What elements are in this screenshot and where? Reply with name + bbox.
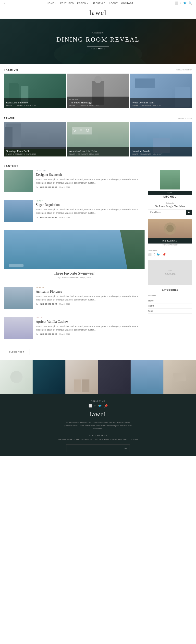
older-posts-button[interactable]: OLDER POST <box>4 349 29 355</box>
travel-card-1-title: Greetings From Berlin <box>6 150 64 153</box>
latest-item-3-image[interactable] <box>4 287 33 309</box>
big-feature-image[interactable] <box>4 230 145 269</box>
instagram-strip <box>0 360 196 394</box>
facebook-icon[interactable]: f <box>180 2 181 5</box>
hamburger-icon[interactable]: ≡ <box>4 2 6 4</box>
sidebar-instagram-sub-label: INSTAGRAM FEED <box>148 244 192 246</box>
footer-instagram-icon[interactable]: ⬜ <box>88 404 92 408</box>
latest-section-title: LASTEST <box>4 161 192 170</box>
footer-tag-town[interactable]: #TOWN <box>131 438 138 440</box>
fashion-card-2-title: The Straw Handbags <box>69 101 127 104</box>
nav-features[interactable]: FEATURES <box>60 2 74 4</box>
latest-sidebar: EDIT MICHEL Subscribe Get Latest Straigh… <box>148 170 192 347</box>
latest-item-3-title[interactable]: Arrival in Florence <box>36 290 145 294</box>
travel-card-2-title: Atlantis – Lunch in Nobu <box>69 150 127 153</box>
sidebar-cat-food[interactable]: Food <box>148 308 192 314</box>
travel-card-1[interactable]: Greetings From Berlin SHARE 2 COMMENTS M… <box>4 122 66 156</box>
footer-search-button[interactable]: → <box>122 445 130 452</box>
footer-tag-rachael[interactable]: #RACHAEL <box>99 438 109 440</box>
latest-item-3-content: TRAVEL Arrival in Florence Nam rutrum su… <box>36 287 145 309</box>
footer-tag-travel[interactable]: #TRAVEL <box>58 438 66 440</box>
big-feature-title[interactable]: Three Favorite Swimwear <box>4 271 145 276</box>
footer-tags: #TRAVEL #LIFE #LAKE #VLOGG #ACTIVO #RACH… <box>4 438 192 440</box>
latest-item-4-content: FOOD Apricot Vanilla Cashew Nam rutrum s… <box>36 317 145 339</box>
nav-links: HOME ▾ FEATURES PAGES ▾ LIFESTYLE ABOUT … <box>47 2 133 4</box>
top-navigation: ≡ HOME ▾ FEATURES PAGES ▾ LIFESTYLE ABOU… <box>0 0 196 6</box>
travel-see-all-link[interactable]: See All in Travel <box>178 117 192 120</box>
sidebar-instagram-button[interactable]: INSTAGRAM <box>148 238 192 244</box>
follow-pinterest-icon[interactable]: 📌 <box>162 253 166 256</box>
follow-instagram-icon[interactable]: ⬜ <box>148 253 152 256</box>
sidebar-categories-title: Categories <box>148 289 192 291</box>
footer-tag-selected[interactable]: #SELECTED <box>110 438 122 440</box>
nav-social-icons: ⬜ f 🐦 🔍 <box>175 2 192 5</box>
instagram-icon[interactable]: ⬜ <box>175 2 178 5</box>
travel-card-2[interactable]: V E M Atlantis – Lunch in Nobu SHARE 2 C… <box>67 122 129 156</box>
footer-tag-vlogg[interactable]: #VLOGG <box>81 438 89 440</box>
sidebar-author-image <box>160 170 180 190</box>
footer-pinterest-icon[interactable]: 📌 <box>104 404 108 408</box>
site-logo[interactable]: lawel <box>0 9 196 17</box>
footer-search-input[interactable] <box>66 445 122 452</box>
hero-read-more-button[interactable]: Read more <box>87 46 109 51</box>
footer-twitter-icon[interactable]: 🐦 <box>98 404 102 408</box>
nav-about[interactable]: ABOUT <box>109 2 118 4</box>
fashion-card-2[interactable]: FASHION The Straw Handbags SHARE 2 COMME… <box>67 74 129 108</box>
latest-item-2-image[interactable] <box>4 200 33 222</box>
strip-img-6[interactable] <box>163 360 196 394</box>
sidebar-follow-label: Follow me <box>148 250 192 252</box>
latest-item-3-category: TRAVEL <box>36 287 145 288</box>
sidebar-subscribe-input[interactable] <box>148 210 186 215</box>
latest-item-4-image[interactable] <box>4 317 33 339</box>
travel-card-1-overlay: Greetings From Berlin SHARE 2 COMMENTS M… <box>4 147 66 156</box>
nav-contact[interactable]: CONTACT <box>121 2 134 4</box>
sidebar-cat-fashion[interactable]: Fashion <box>148 293 192 298</box>
footer-tag-activo[interactable]: #ACTIVO <box>90 438 98 440</box>
sidebar-ad-size: 296 × 346 <box>165 272 176 275</box>
strip-img-3[interactable] <box>65 360 98 394</box>
site-header: lawel <box>0 6 196 19</box>
travel-cards-grid: Greetings From Berlin SHARE 2 COMMENTS M… <box>0 122 196 161</box>
sidebar-follow-icons: ⬜ f 🐦 📌 <box>148 253 192 256</box>
fashion-section: FASHION See All in Fashion Jeans Like Su… <box>0 64 196 113</box>
sidebar-author-widget: EDIT MICHEL <box>148 170 192 198</box>
search-icon[interactable]: 🔍 <box>189 2 192 5</box>
travel-section-header: TRAVEL See All in Travel <box>0 113 196 122</box>
strip-img-4[interactable] <box>98 360 131 394</box>
footer-search-form: → <box>66 444 130 452</box>
footer-tag-lake[interactable]: #LAKE <box>73 438 80 440</box>
fashion-card-3[interactable]: Wear Lowalist Pants SHARE 1 COMMENTS MAY… <box>130 74 192 108</box>
strip-img-5[interactable] <box>131 360 163 394</box>
fashion-card-3-overlay: Wear Lowalist Pants SHARE 1 COMMENTS MAY… <box>130 98 192 108</box>
fashion-card-1[interactable]: Jeans Like Supermo SHARE 2 COMMENTS MAY … <box>4 74 66 108</box>
latest-item-4-title[interactable]: Apricot Vanilla Cashew <box>36 320 145 324</box>
footer-facebook-icon[interactable]: f <box>94 404 95 408</box>
strip-img-2[interactable] <box>33 360 65 394</box>
latest-item-2-title[interactable]: Sugar Regulation <box>36 203 145 207</box>
sidebar-ad-label: ADV <box>168 270 172 272</box>
strip-img-1[interactable] <box>0 360 33 394</box>
latest-item-1-image[interactable] <box>4 170 33 192</box>
fashion-see-all-link[interactable]: See All in Fashion <box>176 69 192 71</box>
nav-lifestyle[interactable]: LIFESTYLE <box>92 2 106 4</box>
travel-card-3[interactable]: Jumeirah Beach SHARE 2 COMMENTS MAY 8, 2… <box>130 122 192 156</box>
nav-home[interactable]: HOME ▾ <box>47 2 57 4</box>
hero-section: FASHION DINING ROOM REVEAL Read more <box>0 19 196 64</box>
travel-card-3-meta: SHARE 2 COMMENTS MAY 8, 2017 <box>132 153 190 155</box>
sidebar-cat-travel[interactable]: Travel <box>148 298 192 304</box>
follow-facebook-icon[interactable]: f <box>154 253 155 256</box>
nav-pages[interactable]: PAGES ▾ <box>77 2 88 4</box>
follow-twitter-icon[interactable]: 🐦 <box>157 253 160 256</box>
footer-tag-life[interactable]: #LIFE <box>67 438 72 440</box>
latest-item-2-desc: Nam rutrum suscipit mi ut ultricies. Sed… <box>36 208 145 215</box>
travel-card-2-overlay: Atlantis – Lunch in Nobu SHARE 2 COMMENT… <box>67 147 129 156</box>
sidebar-ad-widget: ADV 296 × 346 <box>148 260 192 285</box>
twitter-icon[interactable]: 🐦 <box>183 2 187 5</box>
sidebar-subscribe-title: Get Latest Straight Your Inbox <box>148 205 192 208</box>
latest-item-1-title[interactable]: Designer Swimsuit <box>36 172 145 177</box>
sidebar-subscribe-button[interactable]: ▶ <box>186 210 192 215</box>
footer-tag-hello[interactable]: #HELLO <box>123 438 130 440</box>
travel-section-title: TRAVEL <box>4 117 16 120</box>
sidebar-subscribe-label: Subscribe <box>148 202 192 204</box>
sidebar-cat-health[interactable]: Health <box>148 304 192 308</box>
